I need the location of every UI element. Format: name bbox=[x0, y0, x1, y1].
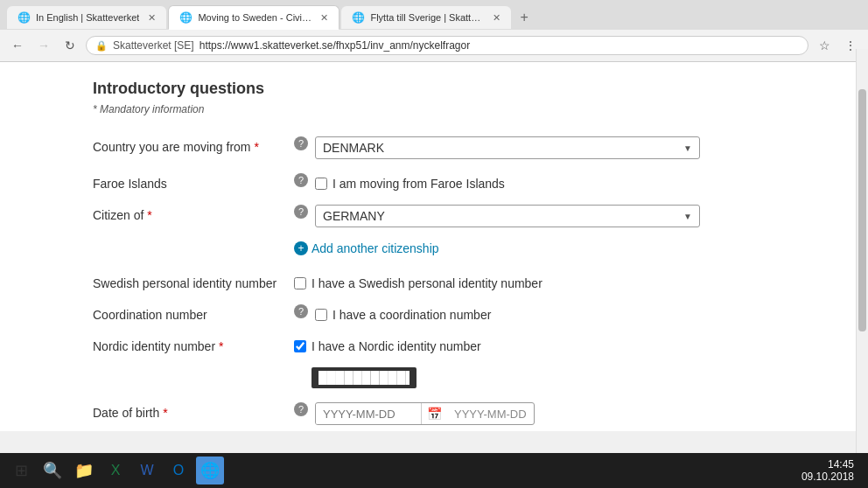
site-label: Skatteverket [SE] bbox=[113, 39, 194, 52]
page-content-wrapper: Introductory questions * Mandatory infor… bbox=[0, 62, 868, 431]
address-bar-row: ← → ↻ 🔒 Skatteverket [SE] https://www1.s… bbox=[0, 30, 868, 61]
tab-close-icon[interactable]: ✕ bbox=[493, 12, 500, 24]
tab-english-skatteverket[interactable]: 🌐 In English | Skatteverket ✕ bbox=[7, 6, 166, 29]
tab-label: Moving to Sweden - Civil regist... bbox=[198, 12, 312, 23]
form-page: Introductory questions * Mandatory infor… bbox=[58, 62, 810, 431]
coordination-checkbox-label: I have a coordination number bbox=[332, 308, 491, 322]
coordination-info-icon[interactable]: ? bbox=[294, 304, 308, 318]
coordination-row: Coordination number ? I have a coordinat… bbox=[93, 297, 775, 329]
tab-label: Flytta till Sverige | Skatteverket bbox=[370, 12, 484, 23]
tab-moving-sweden[interactable]: 🌐 Moving to Sweden - Civil regist... ✕ bbox=[168, 5, 340, 30]
coordination-checkbox[interactable] bbox=[315, 309, 327, 321]
coordination-control: ? I have a coordination number bbox=[294, 304, 775, 322]
browser-chrome: 🌐 In English | Skatteverket ✕ 🌐 Moving t… bbox=[0, 0, 868, 62]
add-citizenship-icon: + bbox=[294, 241, 308, 255]
swedish-id-control: I have a Swedish personal identity numbe… bbox=[294, 273, 775, 290]
swedish-id-checkbox-label: I have a Swedish personal identity numbe… bbox=[312, 276, 542, 290]
dob-info-icon[interactable]: ? bbox=[294, 402, 308, 416]
faroe-info-icon[interactable]: ? bbox=[294, 173, 308, 187]
scrollbar[interactable] bbox=[856, 49, 868, 431]
add-citizenship-row: + Add another citizenship bbox=[93, 234, 775, 266]
add-citizenship-link[interactable]: + Add another citizenship bbox=[294, 241, 439, 255]
swedish-id-checkbox-row: I have a Swedish personal identity numbe… bbox=[294, 273, 542, 290]
nordic-label: Nordic identity number * bbox=[93, 336, 294, 353]
faroe-control: ? I am moving from Faroe Islands bbox=[294, 173, 775, 191]
country-row: Country you are moving from * ? DENMARK … bbox=[93, 129, 775, 166]
back-button[interactable]: ← bbox=[7, 35, 28, 56]
dob-format-hint: YYYY-MM-DD bbox=[447, 404, 534, 424]
lock-icon: 🔒 bbox=[95, 40, 108, 52]
tab-bar: 🌐 In English | Skatteverket ✕ 🌐 Moving t… bbox=[0, 0, 868, 30]
swedish-id-label: Swedish personal identity number bbox=[93, 273, 294, 290]
dob-row: Date of birth * ? 📅 YYYY-MM-DD bbox=[93, 395, 775, 431]
faroe-checkbox-label: I am moving from Faroe Islands bbox=[332, 177, 505, 191]
coordination-checkbox-row: I have a coordination number bbox=[315, 304, 491, 322]
coordination-label: Coordination number bbox=[93, 304, 294, 322]
add-citizenship-label: Add another citizenship bbox=[312, 241, 439, 255]
calendar-button[interactable]: 📅 bbox=[421, 403, 447, 424]
tab-flytta[interactable]: 🌐 Flytta till Sverige | Skatteverket ✕ bbox=[341, 6, 511, 29]
faroe-row: Faroe Islands ? I am moving from Faroe I… bbox=[93, 166, 775, 198]
page-title: Introductory questions bbox=[93, 80, 775, 98]
forward-button[interactable]: → bbox=[33, 35, 54, 56]
mandatory-note: * Mandatory information bbox=[93, 103, 775, 115]
dob-control: ? 📅 YYYY-MM-DD bbox=[294, 402, 775, 425]
dob-label: Date of birth * bbox=[93, 402, 294, 420]
nordic-checkbox[interactable] bbox=[294, 340, 306, 352]
citizen-row: Citizen of * ? GERMANY ▼ bbox=[93, 198, 775, 234]
citizen-control: ? GERMANY ▼ bbox=[294, 205, 775, 227]
citizen-dropdown[interactable]: GERMANY ▼ bbox=[315, 205, 700, 227]
nordic-checkbox-label: I have a Nordic identity number bbox=[312, 339, 481, 353]
country-value: DENMARK bbox=[323, 141, 384, 155]
tab-favicon: 🌐 bbox=[352, 11, 365, 24]
country-control: ? DENMARK ▼ bbox=[294, 136, 775, 159]
citizen-dropdown-arrow: ▼ bbox=[683, 212, 692, 221]
refresh-button[interactable]: ↻ bbox=[60, 35, 80, 56]
citizen-label: Citizen of * bbox=[93, 205, 294, 222]
tab-favicon: 🌐 bbox=[179, 11, 192, 24]
tab-label: In English | Skatteverket bbox=[36, 12, 139, 23]
nordic-input[interactable] bbox=[312, 367, 416, 388]
citizen-value: GERMANY bbox=[323, 209, 385, 223]
swedish-id-checkbox[interactable] bbox=[294, 277, 306, 289]
address-text: https://www1.skatteverket.se/fhxp51/inv_… bbox=[200, 39, 799, 52]
address-bar[interactable]: 🔒 Skatteverket [SE] https://www1.skattev… bbox=[86, 36, 808, 55]
tab-favicon: 🌐 bbox=[18, 11, 31, 24]
bookmark-button[interactable]: ☆ bbox=[814, 35, 835, 56]
nordic-row: Nordic identity number * I have a Nordic… bbox=[93, 329, 775, 395]
swedish-id-row: Swedish personal identity number I have … bbox=[93, 266, 775, 297]
tab-close-icon[interactable]: ✕ bbox=[148, 12, 156, 24]
faroe-checkbox[interactable] bbox=[315, 178, 327, 190]
dob-input-container: 📅 YYYY-MM-DD bbox=[315, 402, 535, 425]
country-dropdown-arrow: ▼ bbox=[683, 143, 692, 153]
nordic-control: I have a Nordic identity number bbox=[294, 336, 775, 388]
scrollbar-thumb[interactable] bbox=[858, 89, 866, 331]
tab-close-icon[interactable]: ✕ bbox=[320, 12, 328, 24]
country-dropdown[interactable]: DENMARK ▼ bbox=[315, 136, 700, 159]
faroe-checkbox-row: I am moving from Faroe Islands bbox=[315, 173, 505, 191]
citizen-info-icon[interactable]: ? bbox=[294, 205, 308, 219]
nordic-checkbox-row: I have a Nordic identity number bbox=[294, 336, 481, 353]
faroe-label: Faroe Islands bbox=[93, 173, 294, 191]
country-label: Country you are moving from * bbox=[93, 136, 294, 154]
country-info-icon[interactable]: ? bbox=[294, 136, 308, 150]
new-tab-button[interactable]: + bbox=[513, 6, 535, 29]
dob-input[interactable] bbox=[316, 404, 421, 424]
